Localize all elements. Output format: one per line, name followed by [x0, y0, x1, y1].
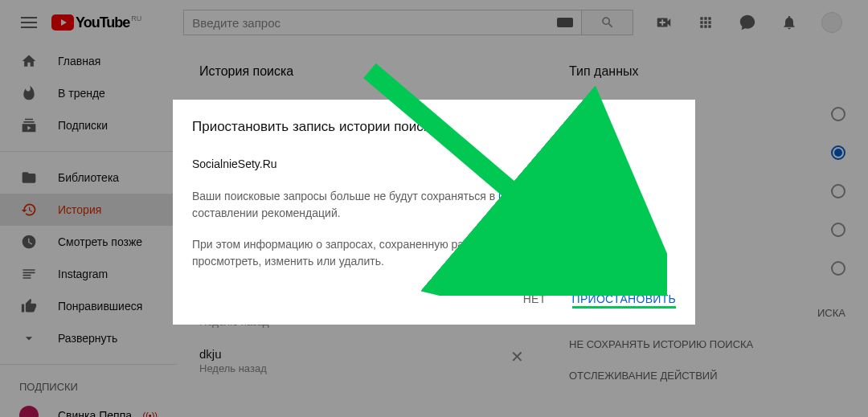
dialog-title: Приостановить запись истории поиска? [192, 119, 676, 135]
dialog-subtitle: SocialnieSety.Ru [192, 157, 676, 170]
modal-overlay[interactable]: Приостановить запись истории поиска? Soc… [0, 0, 868, 417]
no-button[interactable]: НЕТ [523, 292, 547, 305]
pause-button[interactable]: ПРИОСТАНОВИТЬ [572, 292, 676, 305]
history-link[interactable]: истории [498, 190, 540, 202]
dialog-paragraph-1: Ваши поисковые запросы больше не будут с… [192, 188, 676, 222]
pause-history-dialog: Приостановить запись истории поиска? Soc… [173, 100, 695, 325]
dialog-paragraph-2: При этом информацию о запросах, сохранен… [192, 236, 676, 270]
